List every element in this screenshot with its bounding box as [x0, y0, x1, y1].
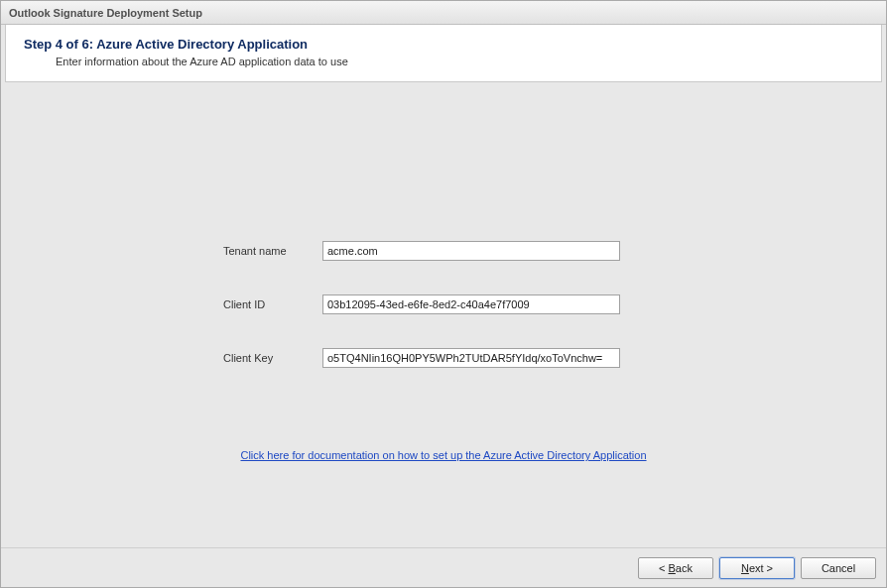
step-title: Step 4 of 6: Azure Active Directory Appl… — [24, 37, 863, 52]
next-mnemonic: N — [741, 562, 749, 574]
window-title: Outlook Signature Deployment Setup — [9, 7, 202, 19]
next-button[interactable]: Next > — [719, 557, 795, 579]
back-mnemonic: B — [669, 562, 676, 574]
documentation-link-row: Click here for documentation on how to s… — [64, 402, 823, 461]
client-id-label: Client ID — [223, 298, 322, 310]
back-prefix: < — [659, 562, 668, 574]
client-id-input[interactable] — [322, 294, 620, 314]
window-titlebar: Outlook Signature Deployment Setup — [1, 1, 886, 25]
wizard-window: Outlook Signature Deployment Setup Step … — [0, 0, 887, 588]
client-id-row: Client ID — [223, 294, 823, 314]
tenant-name-row: Tenant name — [223, 241, 823, 261]
tenant-name-input[interactable] — [322, 241, 620, 261]
client-key-row: Client Key — [223, 348, 823, 368]
step-description: Enter information about the Azure AD app… — [24, 56, 863, 67]
tenant-name-label: Tenant name — [223, 245, 322, 257]
client-key-input[interactable] — [322, 348, 620, 368]
step-header-panel: Step 4 of 6: Azure Active Directory Appl… — [5, 25, 882, 82]
cancel-button[interactable]: Cancel — [801, 557, 876, 579]
back-button[interactable]: < Back — [638, 557, 713, 579]
back-suffix: ack — [676, 562, 693, 574]
wizard-footer: < Back Next > Cancel — [1, 547, 886, 587]
client-key-label: Client Key — [223, 352, 322, 364]
next-suffix: ext > — [749, 562, 773, 574]
form-area: Tenant name Client ID Client Key Click h… — [5, 102, 882, 481]
content-area: Tenant name Client ID Client Key Click h… — [1, 82, 886, 485]
documentation-link[interactable]: Click here for documentation on how to s… — [240, 449, 646, 461]
